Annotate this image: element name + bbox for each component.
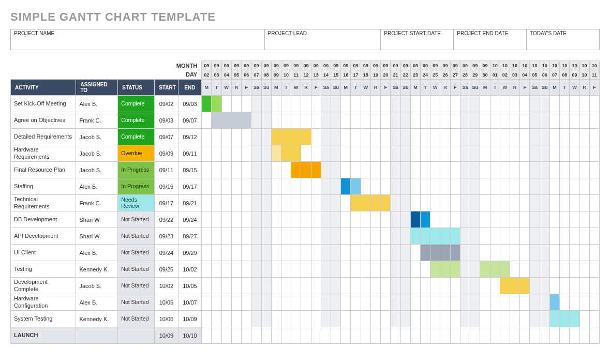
task-activity[interactable]: Hardware Requirements: [11, 145, 76, 162]
task-status[interactable]: Not Started: [118, 211, 155, 228]
gantt-bar-cell[interactable]: [549, 294, 559, 311]
gantt-bar-cell[interactable]: [520, 278, 530, 294]
task-row[interactable]: UI ClientAlex B.Not Started09/2409/29: [11, 245, 600, 261]
gantt-bar-cell[interactable]: [470, 261, 480, 278]
task-status[interactable]: Complete: [118, 112, 155, 129]
project-start-input[interactable]: [381, 37, 453, 50]
task-activity[interactable]: Detailed Requirements: [11, 129, 76, 145]
gantt-bar-cell[interactable]: [510, 278, 519, 294]
task-status[interactable]: Overdue: [118, 145, 155, 162]
gantt-bar-cell[interactable]: [440, 245, 450, 261]
gantt-bar-cell[interactable]: [301, 162, 311, 178]
task-start[interactable]: 09/16: [155, 178, 178, 195]
gantt-bar-cell[interactable]: [460, 261, 470, 278]
gantt-bar-cell[interactable]: [530, 294, 540, 311]
gantt-bar-cell[interactable]: [391, 195, 400, 211]
task-activity[interactable]: UI Client: [11, 245, 76, 261]
gantt-bar-cell[interactable]: [271, 129, 281, 145]
task-end[interactable]: 09/29: [178, 245, 202, 261]
task-assigned[interactable]: Jacob S.: [76, 145, 118, 162]
gantt-bar-cell[interactable]: [421, 245, 430, 261]
gantt-bar-cell[interactable]: [460, 245, 470, 261]
gantt-bar-cell[interactable]: [251, 112, 261, 129]
task-status[interactable]: [118, 327, 155, 344]
gantt-bar-cell[interactable]: [370, 195, 380, 211]
task-row[interactable]: StaffingAlex B.In Progress09/1609/17: [11, 178, 600, 195]
task-status[interactable]: In Progress: [118, 178, 155, 195]
task-end[interactable]: 10/10: [178, 327, 202, 344]
gantt-bar-cell[interactable]: [242, 112, 251, 129]
task-row[interactable]: Detailed RequirementsJacob S.Complete09/…: [11, 129, 600, 145]
task-activity[interactable]: API Development: [11, 228, 76, 245]
task-end[interactable]: 10/07: [178, 294, 202, 311]
task-end[interactable]: 09/03: [178, 96, 202, 112]
task-status[interactable]: Not Started: [118, 228, 155, 245]
gantt-bar-cell[interactable]: [212, 112, 221, 129]
task-assigned[interactable]: Alex B.: [76, 294, 118, 311]
project-end-input[interactable]: [454, 37, 526, 50]
task-activity[interactable]: Development Complete: [11, 278, 76, 294]
task-activity[interactable]: System Testing: [11, 311, 76, 327]
task-row[interactable]: Set Kick-Off MeetingAlex B.Complete09/02…: [11, 96, 600, 112]
task-start[interactable]: 09/03: [155, 112, 178, 129]
gantt-bar-cell[interactable]: [470, 245, 480, 261]
gantt-bar-cell[interactable]: [351, 178, 361, 195]
gantt-bar-cell[interactable]: [331, 162, 341, 178]
task-row[interactable]: API DevelopmentShari W.Not Started09/230…: [11, 228, 600, 245]
gantt-bar-cell[interactable]: [341, 178, 351, 195]
task-assigned[interactable]: Alex B.: [76, 245, 118, 261]
task-activity[interactable]: Agree on Objectives: [11, 112, 76, 129]
gantt-bar-cell[interactable]: [480, 261, 490, 278]
gantt-bar-cell[interactable]: [291, 162, 301, 178]
task-status[interactable]: Complete: [118, 96, 155, 112]
task-activity[interactable]: Staffing: [11, 178, 76, 195]
task-end[interactable]: 09/21: [178, 195, 202, 211]
gantt-bar-cell[interactable]: [430, 228, 440, 245]
task-row[interactable]: Technical RequirementsFrank C.Needs Revi…: [11, 195, 600, 211]
gantt-bar-cell[interactable]: [490, 261, 500, 278]
task-activity[interactable]: DB Development: [11, 211, 76, 228]
task-status[interactable]: Complete: [118, 129, 155, 145]
gantt-bar-cell[interactable]: [251, 129, 261, 145]
gantt-bar-cell[interactable]: [430, 245, 440, 261]
gantt-bar-cell[interactable]: [301, 129, 311, 145]
project-lead-box[interactable]: PROJECT LEAD: [264, 29, 381, 50]
task-status[interactable]: Not Started: [118, 261, 155, 278]
gantt-bar-cell[interactable]: [212, 96, 221, 112]
gantt-bar-cell[interactable]: [231, 112, 241, 129]
task-assigned[interactable]: Kennedy K.: [76, 311, 118, 327]
task-status[interactable]: Not Started: [118, 294, 155, 311]
task-end[interactable]: 09/07: [178, 112, 202, 129]
task-assigned[interactable]: [76, 327, 118, 344]
task-end[interactable]: 10/02: [178, 261, 202, 278]
gantt-bar-cell[interactable]: [450, 261, 460, 278]
gantt-bar-cell[interactable]: [410, 211, 420, 228]
gantt-bar-cell[interactable]: [361, 195, 370, 211]
task-row[interactable]: Development CompleteJacob S.Not Started1…: [11, 278, 600, 294]
gantt-bar-cell[interactable]: [440, 228, 450, 245]
task-row[interactable]: TestingKennedy K.Not Started09/2510/02: [11, 261, 600, 278]
task-assigned[interactable]: Jacob S.: [76, 129, 118, 145]
task-assigned[interactable]: Frank C.: [76, 112, 118, 129]
gantt-bar-cell[interactable]: [421, 211, 430, 228]
gantt-bar-cell[interactable]: [321, 162, 331, 178]
gantt-bar-cell[interactable]: [410, 228, 420, 245]
gantt-bar-cell[interactable]: [400, 211, 410, 228]
gantt-bar-cell[interactable]: [281, 129, 291, 145]
gantt-bar-cell[interactable]: [450, 245, 460, 261]
task-activity[interactable]: Final Resource Plan: [11, 162, 76, 178]
gantt-bar-cell[interactable]: [570, 311, 579, 327]
task-status[interactable]: In Progress: [118, 162, 155, 178]
gantt-bar-cell[interactable]: [450, 228, 460, 245]
task-end[interactable]: 09/12: [178, 129, 202, 145]
task-activity[interactable]: Hardware Configuration: [11, 294, 76, 311]
task-assigned[interactable]: Shari W.: [76, 211, 118, 228]
task-row[interactable]: Hardware ConfigurationAlex B.Not Started…: [11, 294, 600, 311]
task-status[interactable]: Needs Review: [118, 195, 155, 211]
task-start[interactable]: 09/07: [155, 129, 178, 145]
project-name-input[interactable]: [11, 37, 264, 50]
task-status[interactable]: Not Started: [118, 311, 155, 327]
gantt-bar-cell[interactable]: [570, 327, 579, 344]
task-activity[interactable]: Testing: [11, 261, 76, 278]
task-end[interactable]: 09/27: [178, 228, 202, 245]
